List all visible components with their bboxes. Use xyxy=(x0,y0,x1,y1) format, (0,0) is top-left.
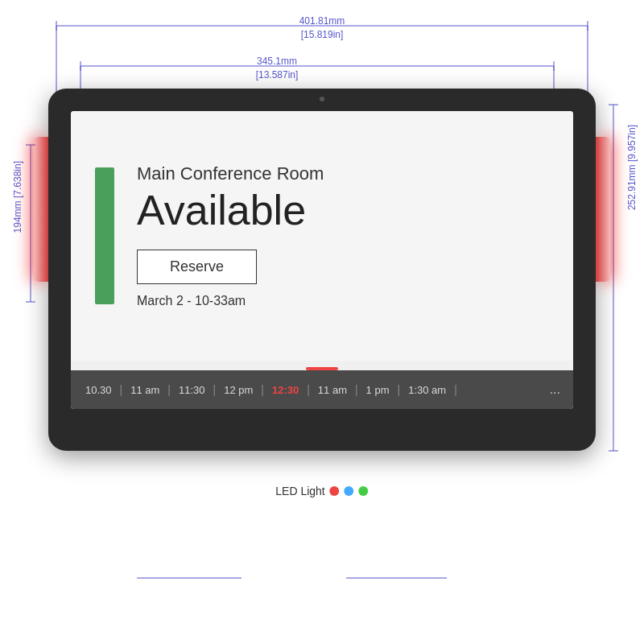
timeline-item-1: 11 am xyxy=(124,384,166,396)
divider-6: | xyxy=(396,383,402,396)
led-dot-blue xyxy=(345,486,354,496)
divider-5: | xyxy=(353,383,360,396)
divider-0: | xyxy=(118,383,125,396)
timeline-more: ... xyxy=(550,382,565,397)
camera-dot xyxy=(320,97,324,101)
timeline-bar: 10.30 | 11 am | 11:30 | 12 pm | 12:30 | … xyxy=(71,370,573,409)
timeline-item-3: 12 pm xyxy=(217,384,259,396)
status-available: Available xyxy=(137,188,324,233)
reserve-button[interactable]: Reserve xyxy=(137,250,257,284)
timeline-item-6: 1 pm xyxy=(360,384,396,396)
device-frame: Main Conference Room Available Reserve M… xyxy=(48,89,596,451)
timeline-item-7: 1:30 am xyxy=(402,384,452,396)
divider-2: | xyxy=(212,383,218,396)
timeline-item-2: 11:30 xyxy=(172,384,212,396)
led-label: LED Light xyxy=(275,485,324,497)
timeline-item-4: 12:30 xyxy=(266,384,305,396)
led-light-left xyxy=(34,137,48,282)
status-bar-green xyxy=(95,167,114,304)
divider-1: | xyxy=(166,383,172,396)
timeline-item-5: 11 am xyxy=(312,384,353,396)
divider-7: | xyxy=(452,383,459,396)
divider-4: | xyxy=(305,383,312,396)
screen-content: Main Conference Room Available Reserve M… xyxy=(71,111,573,361)
led-light-right xyxy=(596,137,610,282)
led-dot-red xyxy=(330,486,340,496)
screen: Main Conference Room Available Reserve M… xyxy=(71,111,573,409)
date-text: March 2 - 10-33am xyxy=(137,294,324,308)
led-dot-green xyxy=(359,486,369,496)
screen-text-area: Main Conference Room Available Reserve M… xyxy=(137,163,324,308)
room-name: Main Conference Room xyxy=(137,163,324,184)
timeline-item-0: 10.30 xyxy=(79,384,118,396)
divider-3: | xyxy=(259,383,266,396)
device-wrapper: Main Conference Room Available Reserve M… xyxy=(48,89,596,451)
